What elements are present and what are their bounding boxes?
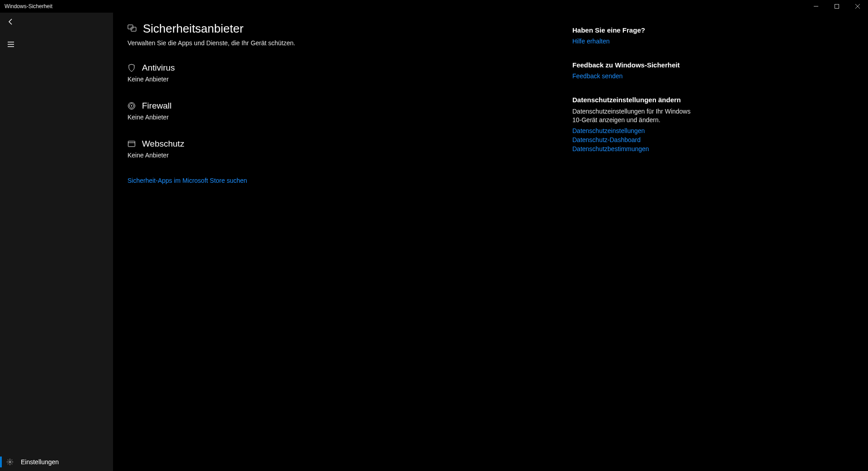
section-status: Keine Anbieter <box>127 152 561 159</box>
help-link[interactable]: Hilfe erhalten <box>572 38 697 45</box>
rail-privacy: Datenschutzeinstellungen ändern Datensch… <box>572 96 697 152</box>
sidebar-item-label: Einstellungen <box>21 458 59 466</box>
section-title: Antivirus <box>142 63 175 73</box>
window-title: Windows-Sicherheit <box>5 3 52 10</box>
privacy-settings-link[interactable]: Datenschutzeinstellungen <box>572 127 697 134</box>
privacy-statement-link[interactable]: Datenschutzbestimmungen <box>572 145 697 152</box>
titlebar: Windows-Sicherheit <box>0 0 868 13</box>
window-controls <box>806 0 868 13</box>
svg-rect-5 <box>128 141 135 147</box>
privacy-dashboard-link[interactable]: Datenschutz-Dashboard <box>572 136 697 143</box>
gear-icon <box>6 458 14 466</box>
page-subtitle: Verwalten Sie die Apps und Dienste, die … <box>127 39 561 47</box>
rail-heading: Feedback zu Windows-Sicherheit <box>572 61 697 69</box>
rail-feedback: Feedback zu Windows-Sicherheit Feedback … <box>572 61 697 80</box>
network-icon <box>127 102 136 110</box>
rail-text: Datenschutzeinstellungen für Ihr Windows… <box>572 107 697 124</box>
section-status: Keine Anbieter <box>127 114 561 121</box>
section-status: Keine Anbieter <box>127 76 561 83</box>
svg-point-4 <box>131 105 132 107</box>
section-title: Firewall <box>142 101 171 111</box>
providers-icon <box>127 24 137 34</box>
maximize-button[interactable] <box>826 0 847 13</box>
section-antivirus: Antivirus Keine Anbieter <box>127 63 561 83</box>
svg-rect-0 <box>835 5 839 9</box>
browser-icon <box>127 140 136 148</box>
rail-help: Haben Sie eine Frage? Hilfe erhalten <box>572 26 697 45</box>
main-column: Sicherheitsanbieter Verwalten Sie die Ap… <box>127 22 561 471</box>
section-webprotection: Webschutz Keine Anbieter <box>127 139 561 159</box>
hamburger-button[interactable] <box>0 35 22 53</box>
store-search-link[interactable]: Sicherheit-Apps im Microsoft Store suche… <box>127 177 561 184</box>
feedback-link[interactable]: Feedback senden <box>572 72 697 80</box>
svg-point-1 <box>9 461 11 463</box>
back-button[interactable] <box>0 13 22 31</box>
sidebar-item-settings[interactable]: Einstellungen <box>0 453 113 471</box>
page-title: Sicherheitsanbieter <box>143 22 244 36</box>
sidebar: Einstellungen <box>0 13 113 471</box>
right-rail: Haben Sie eine Frage? Hilfe erhalten Fee… <box>561 22 697 471</box>
minimize-button[interactable] <box>806 0 826 13</box>
content-area: Sicherheitsanbieter Verwalten Sie die Ap… <box>113 13 868 471</box>
rail-heading: Haben Sie eine Frage? <box>572 26 697 34</box>
rail-heading: Datenschutzeinstellungen ändern <box>572 96 697 104</box>
section-title: Webschutz <box>142 139 184 149</box>
section-firewall: Firewall Keine Anbieter <box>127 101 561 121</box>
shield-icon <box>127 64 136 72</box>
close-button[interactable] <box>847 0 868 13</box>
